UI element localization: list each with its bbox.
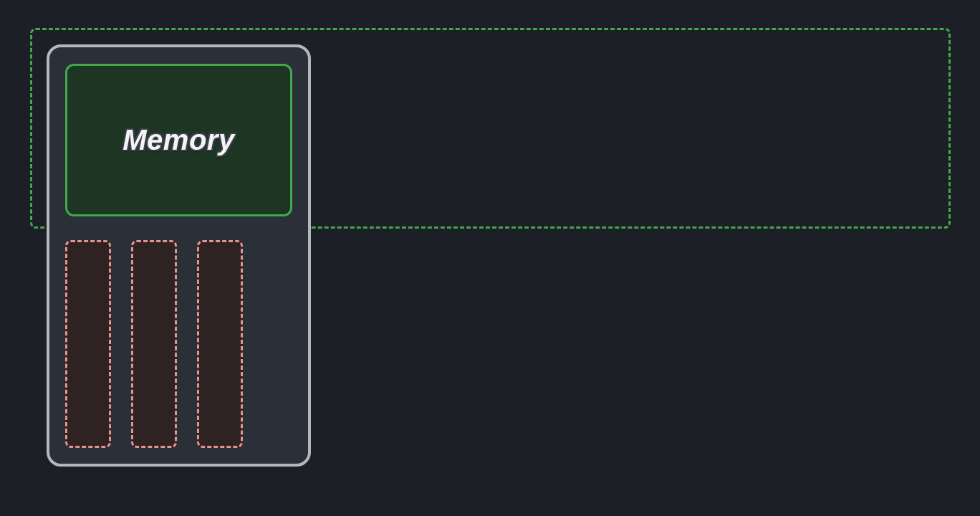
- slot-1: [65, 240, 111, 448]
- slot-row: [65, 240, 243, 448]
- memory-block: Memory: [65, 64, 292, 216]
- memory-label: Memory: [123, 124, 234, 156]
- device-card: Memory: [47, 44, 311, 467]
- slot-3: [197, 240, 243, 448]
- diagram-canvas: Memory: [0, 0, 980, 516]
- slot-2: [131, 240, 177, 448]
